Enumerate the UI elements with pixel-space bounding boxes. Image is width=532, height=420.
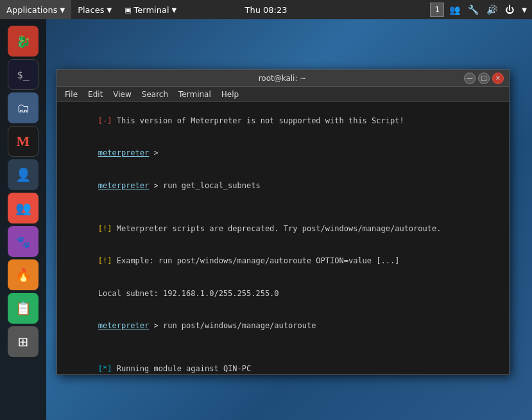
sidebar-maltego[interactable]: M bbox=[8, 126, 39, 157]
kali-icon: 🐉 bbox=[16, 35, 30, 48]
menu-terminal[interactable]: Terminal bbox=[173, 87, 216, 102]
flame-icon: 🔥 bbox=[15, 267, 31, 283]
terminal-window: root@kali: ~ — □ ✕ File Edit View Search… bbox=[56, 69, 510, 375]
beef-icon: 🐾 bbox=[16, 235, 30, 249]
maximize-button[interactable]: □ bbox=[478, 73, 490, 84]
places-label: Places bbox=[78, 5, 104, 15]
sidebar-flame[interactable]: 🔥 bbox=[8, 259, 39, 290]
applications-menu[interactable]: Applications ▼ bbox=[0, 0, 71, 19]
desktop: Applications ▼ Places ▼ ▣ Terminal ▼ Thu… bbox=[0, 0, 532, 420]
users-icon[interactable]: 👥 bbox=[447, 3, 463, 16]
menu-help[interactable]: Help bbox=[216, 87, 244, 102]
terminal-menubar: File Edit View Search Terminal Help bbox=[57, 87, 509, 102]
sidebar-leafpad[interactable]: 📋 bbox=[8, 293, 39, 324]
prompt-1: meterpreter bbox=[98, 148, 149, 157]
prompt-3: meterpreter bbox=[98, 321, 149, 330]
term-line-4: [!] Meterpreter scripts are deprecated. … bbox=[61, 213, 505, 245]
places-menu[interactable]: Places ▼ bbox=[71, 0, 118, 19]
time-display: Thu 08:23 bbox=[245, 5, 287, 15]
sidebar: 🐉 $_ 🗂 M 👤 👥 🐾 🔥 📋 ⊞ bbox=[0, 19, 46, 420]
workspace-indicator[interactable]: 1 bbox=[430, 3, 444, 17]
social-icon: 👥 bbox=[15, 200, 31, 216]
power-icon[interactable]: ⏻ bbox=[502, 3, 517, 16]
leafpad-icon: 📋 bbox=[15, 301, 31, 316]
terminal-menu[interactable]: ▣ Terminal ▼ bbox=[118, 0, 183, 19]
maltego-icon: M bbox=[17, 133, 30, 150]
places-arrow: ▼ bbox=[107, 6, 112, 13]
terminal-sidebar-icon: $_ bbox=[17, 69, 29, 81]
terminal-menu-icon: ▣ bbox=[124, 6, 131, 14]
bracket-yellow-2: [!] bbox=[98, 256, 112, 265]
sidebar-social[interactable]: 👥 bbox=[8, 193, 39, 223]
bracket-cyan-1: [*] bbox=[98, 364, 112, 373]
menu-search[interactable]: Search bbox=[137, 87, 173, 102]
term-line-1: [-] This version of Meterpreter is not s… bbox=[61, 105, 505, 137]
network-icon[interactable]: 🔧 bbox=[465, 3, 481, 16]
files-icon: 🗂 bbox=[17, 100, 30, 116]
taskbar-right: 1 👥 🔧 🔊 ⏻ ▼ bbox=[430, 3, 532, 17]
terminal-title: root@kali: ~ bbox=[101, 74, 464, 83]
term-line-2: meterpreter > bbox=[61, 137, 505, 169]
term-line-blank-2 bbox=[61, 342, 505, 353]
power-arrow[interactable]: ▼ bbox=[519, 5, 529, 15]
term-line-3: meterpreter > run get_local_subnets bbox=[61, 170, 505, 202]
term-line-5: [!] Example: run post/windows/manage/aut… bbox=[61, 245, 505, 277]
menu-edit[interactable]: Edit bbox=[83, 87, 108, 102]
workspace-number: 1 bbox=[434, 5, 440, 14]
terminal-window-buttons: — □ ✕ bbox=[464, 73, 504, 84]
grid-icon: ⊞ bbox=[18, 334, 29, 349]
sidebar-files[interactable]: 🗂 bbox=[8, 92, 39, 123]
sidebar-terminal[interactable]: $_ bbox=[8, 59, 39, 90]
msf-icon: 👤 bbox=[15, 167, 31, 182]
close-button[interactable]: ✕ bbox=[492, 73, 504, 84]
term-line-7: meterpreter > run post/windows/manage/au… bbox=[61, 310, 505, 342]
applications-label: Applications bbox=[6, 5, 57, 15]
volume-icon[interactable]: 🔊 bbox=[484, 3, 500, 16]
sidebar-kali[interactable]: 🐉 bbox=[8, 26, 39, 57]
term-line-8: [*] Running module against QIN-PC bbox=[61, 353, 505, 374]
applications-arrow: ▼ bbox=[60, 6, 65, 13]
term-line-blank-1 bbox=[61, 202, 505, 213]
terminal-label: Terminal bbox=[134, 5, 169, 15]
term-line-6: Local subnet: 192.168.1.0/255.255.255.0 bbox=[61, 277, 505, 310]
menu-view[interactable]: View bbox=[108, 87, 136, 102]
bracket-red-1: [-] bbox=[98, 116, 112, 125]
minimize-button[interactable]: — bbox=[464, 73, 476, 84]
sidebar-msf[interactable]: 👤 bbox=[8, 159, 39, 190]
sidebar-grid[interactable]: ⊞ bbox=[8, 326, 39, 357]
menu-file[interactable]: File bbox=[60, 87, 83, 102]
prompt-2: meterpreter bbox=[98, 181, 149, 190]
taskbar: Applications ▼ Places ▼ ▣ Terminal ▼ Thu… bbox=[0, 0, 532, 19]
taskbar-clock: Thu 08:23 bbox=[245, 5, 287, 15]
terminal-titlebar: root@kali: ~ — □ ✕ bbox=[57, 70, 509, 87]
terminal-arrow: ▼ bbox=[172, 6, 177, 13]
bracket-yellow-1: [!] bbox=[98, 224, 112, 233]
sidebar-beef[interactable]: 🐾 bbox=[8, 226, 39, 257]
taskbar-left: Applications ▼ Places ▼ ▣ Terminal ▼ bbox=[0, 0, 430, 19]
terminal-body[interactable]: [-] This version of Meterpreter is not s… bbox=[57, 102, 509, 374]
